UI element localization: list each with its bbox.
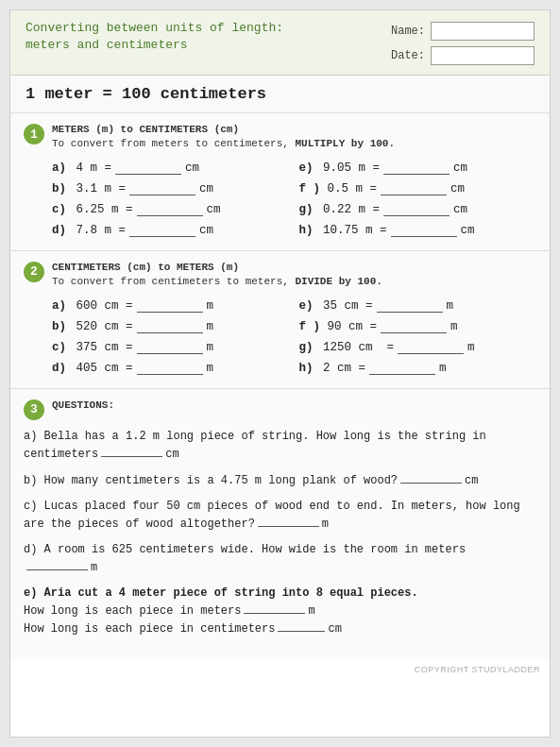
problem-row: c) 6.25 m =cm [52, 201, 290, 218]
answer-input[interactable] [129, 224, 195, 237]
answer-input[interactable] [137, 299, 203, 313]
worksheet-page: Converting between units of length: mete… [9, 9, 551, 738]
answer-input-qc[interactable] [258, 515, 319, 527]
answer-input[interactable] [383, 161, 450, 175]
section1-title: METERS (m) to CENTIMETERS (cm) [52, 124, 239, 135]
answer-input-qb[interactable] [400, 471, 462, 484]
answer-input[interactable] [383, 203, 450, 216]
section2-problems: a) 600 cm =m e) 35 cm =m b) 520 cm =m f … [52, 297, 536, 377]
problem-row: e) 35 cm =m [299, 297, 537, 314]
answer-input[interactable] [137, 362, 203, 375]
section1-problems: a) 4 m =cm e) 9.05 m =cm b) 3.1 m =cm f … [52, 160, 536, 239]
problem-row: c) 375 cm =m [52, 339, 290, 356]
date-field-row: Date: [391, 46, 535, 65]
section1-subtitle-bold: MULTIPLY by 100. [295, 138, 395, 149]
section3-number: 3 [24, 399, 44, 420]
question-b: b) How many centimeters is a 4.75 m long… [24, 471, 536, 489]
problem-row: a) 4 m =cm [52, 160, 290, 177]
section3-title-text: QUESTIONS: [52, 399, 114, 413]
section1-desc: METERS (m) to CENTIMETERS (cm) To conver… [52, 123, 395, 152]
section2-number: 2 [24, 262, 44, 282]
section-1: 1 METERS (m) to CENTIMETERS (cm) To conv… [10, 113, 550, 251]
answer-input[interactable] [137, 341, 203, 354]
question-a: a) Bella has a 1.2 m long piece of strin… [24, 428, 536, 463]
problem-row: g) 0.22 m =cm [299, 201, 537, 218]
section-3: 3 QUESTIONS: a) Bella has a 1.2 m long p… [10, 389, 550, 659]
answer-input[interactable] [137, 320, 203, 333]
problem-row: b) 3.1 m =cm [52, 180, 290, 197]
problem-row: d) 7.8 m =cm [52, 222, 290, 239]
answer-input-qe1[interactable] [244, 602, 305, 614]
name-field-row: Name: [391, 22, 535, 41]
problem-row: h) 2 cm =m [299, 360, 537, 377]
problem-row: g) 1250 cm =m [299, 339, 537, 356]
answer-input[interactable] [377, 299, 443, 313]
problem-row: d) 405 cm =m [52, 360, 290, 377]
problem-row: e) 9.05 m =cm [299, 160, 537, 177]
name-label: Name: [391, 25, 425, 38]
answer-input[interactable] [137, 203, 203, 216]
problem-row: f ) 0.5 m =cm [299, 180, 537, 197]
title-line2: meters and centimeters [25, 38, 188, 52]
section2-subtitle-bold: DIVIDE by 100. [295, 276, 382, 287]
section2-title: CENTIMETERS (cm) to METERS (m) [52, 262, 239, 273]
problem-row: b) 520 cm =m [52, 318, 290, 335]
section1-number: 1 [24, 124, 44, 144]
answer-input[interactable] [381, 320, 447, 333]
section2-desc: CENTIMETERS (cm) to METERS (m) To conver… [52, 261, 382, 290]
answer-input[interactable] [381, 182, 447, 195]
section3-header: 3 QUESTIONS: [24, 399, 536, 420]
copyright-text: COPYRIGHT STUDYLADDER [10, 659, 550, 680]
header-fields: Name: Date: [391, 22, 535, 65]
section1-subtitle-plain: To convert from meters to centimeters, [52, 138, 295, 149]
question-d: d) A room is 625 centimeters wide. How w… [24, 541, 536, 576]
name-input[interactable] [431, 22, 535, 41]
answer-input[interactable] [115, 161, 181, 175]
section1-header: 1 METERS (m) to CENTIMETERS (cm) To conv… [24, 123, 536, 152]
answer-input[interactable] [398, 341, 464, 354]
problem-row: a) 600 cm =m [52, 297, 290, 314]
answer-input-qe2[interactable] [278, 620, 325, 632]
question-c: c) Lucas placed four 50 cm pieces of woo… [24, 498, 536, 533]
answer-input-qd[interactable] [26, 558, 88, 570]
date-input[interactable] [431, 46, 535, 65]
rule-banner: 1 meter = 100 centimeters [10, 76, 550, 113]
problem-row: h) 10.75 m =cm [299, 222, 537, 239]
answer-input-qa[interactable] [101, 445, 162, 457]
answer-input[interactable] [369, 362, 435, 375]
header-title: Converting between units of length: mete… [25, 20, 283, 54]
answer-input[interactable] [391, 224, 457, 237]
rule-text: 1 meter = 100 centimeters [25, 85, 266, 103]
header: Converting between units of length: mete… [10, 10, 550, 76]
answer-input[interactable] [129, 182, 195, 195]
problem-row: f ) 90 cm =m [299, 318, 537, 335]
section-2: 2 CENTIMETERS (cm) to METERS (m) To conv… [10, 251, 550, 389]
section2-header: 2 CENTIMETERS (cm) to METERS (m) To conv… [24, 261, 536, 290]
question-e: e) Aria cut a 4 meter piece of string in… [24, 585, 536, 637]
title-line1: Converting between units of length: [25, 21, 283, 35]
date-label: Date: [391, 49, 425, 62]
section2-subtitle-plain: To convert from centimeters to meters, [52, 276, 295, 287]
